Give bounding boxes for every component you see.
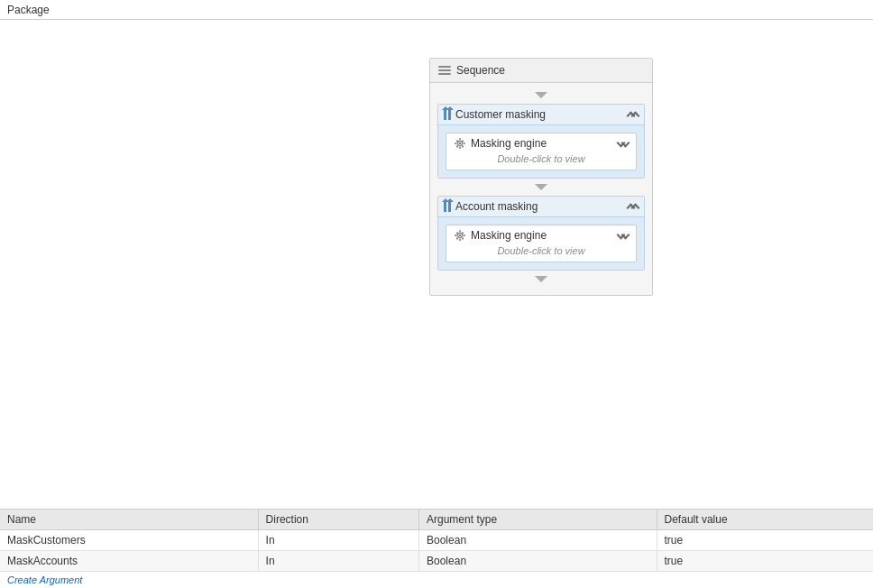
account-engine-hint[interactable]: Double-click to view: [454, 242, 629, 258]
sequence-container: Sequence Customer masking: [429, 58, 653, 296]
bottom-table: Name Direction Argument type Default val…: [0, 509, 873, 588]
sequence-header: Sequence: [430, 59, 652, 83]
svg-rect-7: [455, 142, 457, 144]
svg-rect-6: [459, 147, 461, 150]
customer-masking-header-left: Customer masking: [444, 108, 546, 121]
top-bar: Package: [0, 0, 873, 20]
table-header-row: Name Direction Argument type Default val…: [0, 510, 873, 530]
row0-argument-type: Boolean: [419, 530, 657, 551]
row1-direction: In: [258, 551, 418, 572]
sequence-label: Sequence: [456, 64, 505, 77]
account-engine-card[interactable]: Masking engine Double-click to view: [446, 225, 637, 262]
account-masking-body: Masking engine Double-click to view: [438, 217, 644, 270]
customer-engine-card[interactable]: Masking engine Double-click to view: [446, 133, 637, 170]
parallel-icon-customer: [444, 109, 451, 120]
svg-rect-17: [455, 234, 457, 236]
arrow-down-middle: [535, 184, 547, 190]
customer-engine-header-left: Masking engine: [454, 137, 547, 150]
arguments-table: Name Direction Argument type Default val…: [0, 510, 873, 572]
svg-rect-1: [438, 69, 451, 71]
svg-rect-5: [459, 138, 461, 141]
create-argument-link[interactable]: Create Argument: [0, 572, 873, 588]
gear-icon-customer: [454, 137, 466, 150]
account-masking-header-left: Account masking: [444, 200, 538, 213]
table-row[interactable]: MaskCustomers In Boolean true: [0, 530, 873, 551]
svg-rect-18: [464, 234, 466, 236]
table-row[interactable]: MaskAccounts In Boolean true: [0, 551, 873, 572]
customer-masking-header: Customer masking: [438, 105, 644, 125]
expand-customer-engine-icon[interactable]: [616, 137, 629, 150]
account-masking-group: Account masking: [437, 196, 645, 271]
customer-masking-label: Customer masking: [455, 108, 546, 121]
col-name: Name: [0, 510, 258, 530]
svg-point-14: [459, 234, 462, 237]
col-default-value: Default value: [657, 510, 873, 530]
row0-direction: In: [258, 530, 418, 551]
col-direction: Direction: [258, 510, 418, 530]
arrow-down-bottom: [535, 276, 547, 282]
table-wrapper: Name Direction Argument type Default val…: [0, 510, 873, 588]
canvas-area: Sequence Customer masking: [0, 20, 873, 475]
customer-engine-hint[interactable]: Double-click to view: [454, 150, 629, 166]
sequence-body: Customer masking: [430, 83, 652, 295]
account-engine-header-left: Masking engine: [454, 229, 547, 242]
row1-argument-type: Boolean: [419, 551, 657, 572]
package-label: Package: [7, 4, 50, 16]
svg-rect-0: [438, 66, 451, 68]
row1-default-value: true: [657, 551, 873, 572]
account-masking-header: Account masking: [438, 197, 644, 217]
customer-masking-group: Customer masking: [437, 104, 645, 179]
customer-masking-body: Masking engine Double-click to view: [438, 125, 644, 178]
collapse-account-icon[interactable]: [626, 200, 639, 213]
col-argument-type: Argument type: [419, 510, 657, 530]
svg-rect-8: [464, 142, 466, 144]
svg-rect-2: [438, 73, 451, 75]
arrow-down-top: [535, 92, 547, 98]
account-engine-header: Masking engine: [454, 229, 629, 242]
account-engine-label: Masking engine: [471, 229, 547, 242]
row0-name: MaskCustomers: [0, 530, 258, 551]
account-masking-label: Account masking: [455, 200, 538, 213]
customer-engine-label: Masking engine: [471, 137, 547, 150]
svg-rect-16: [459, 239, 461, 242]
expand-account-engine-icon[interactable]: [616, 229, 629, 242]
sequence-icon: [437, 63, 452, 78]
row1-name: MaskAccounts: [0, 551, 258, 572]
customer-engine-header: Masking engine: [454, 137, 629, 150]
row0-default-value: true: [657, 530, 873, 551]
collapse-customer-icon[interactable]: [626, 108, 639, 121]
svg-rect-15: [459, 230, 461, 233]
parallel-icon-account: [444, 201, 451, 212]
gear-icon-account: [454, 229, 466, 242]
svg-point-4: [459, 142, 462, 145]
